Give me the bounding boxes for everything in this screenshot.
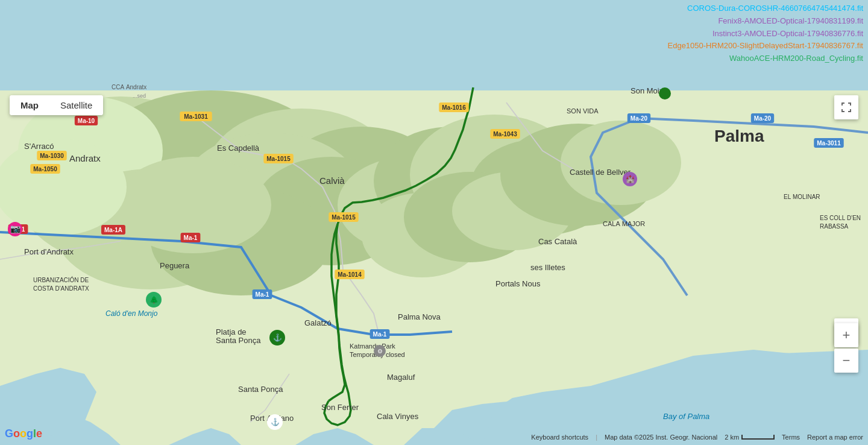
map-data-attribution: Map data ©2025 Inst. Geogr. Nacional	[605, 434, 717, 441]
map-container: COROS-Dura-COROSHR-46607664745441474.fit…	[0, 0, 868, 445]
file-label[interactable]: Fenix8-AMOLED-Optical-17940831199.fit	[668, 15, 864, 28]
file-labels: COROS-Dura-COROSHR-46607664745441474.fit…	[663, 0, 869, 68]
map-toggle-map[interactable]: Map	[10, 95, 49, 115]
scale-bar: 2 km	[725, 434, 775, 441]
terms-link[interactable]: Terms	[782, 434, 800, 441]
scale-label: 2 km	[725, 434, 739, 441]
file-label[interactable]: COROS-Dura-COROSHR-46607664745441474.fit	[668, 2, 864, 15]
zoom-in-button[interactable]: +	[834, 323, 858, 347]
file-label[interactable]: Instinct3-AMOLED-Optical-17940836776.fit	[668, 28, 864, 40]
file-label[interactable]: Edge1050-HRM200-SlightDelayedStart-17940…	[668, 40, 864, 52]
keyboard-shortcuts[interactable]: Keyboard shortcuts	[531, 434, 588, 441]
scale-line	[741, 435, 775, 440]
bottom-bar: Keyboard shortcuts | Map data ©2025 Inst…	[0, 429, 868, 445]
file-label[interactable]: WahooACE-HRM200-Road_Cycling.fit	[668, 52, 864, 65]
zoom-controls: + −	[834, 323, 858, 373]
map-type-toggle: Map Satellite	[10, 95, 103, 115]
fullscreen-button[interactable]	[834, 95, 858, 119]
report-error-link[interactable]: Report a map error	[807, 434, 863, 441]
zoom-out-button[interactable]: −	[834, 349, 858, 373]
map-toggle-satellite[interactable]: Satellite	[49, 95, 103, 115]
